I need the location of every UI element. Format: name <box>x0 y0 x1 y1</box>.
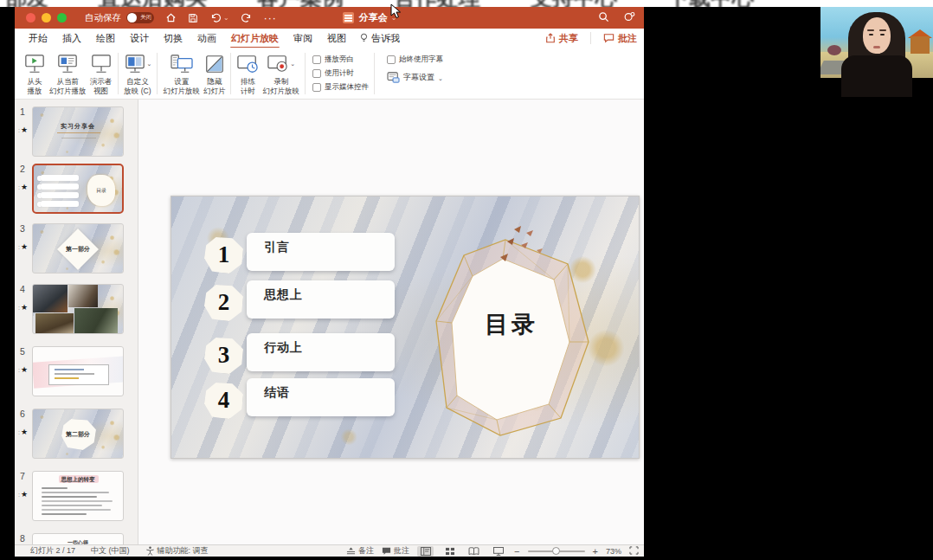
record-slideshow-icon <box>267 54 289 74</box>
notes-icon <box>346 547 356 556</box>
toc-card-1[interactable]: 引言 <box>247 233 395 271</box>
tab-view[interactable]: 视图 <box>326 29 347 48</box>
play-from-current-button[interactable]: 从当前幻灯片播放 <box>49 52 87 95</box>
tab-insert[interactable]: 插入 <box>61 29 82 48</box>
custom-show-icon <box>124 54 146 74</box>
thumbnail-slide-1[interactable]: 1 ★ 实习分享会 <box>15 106 138 157</box>
animation-star-icon: ★ <box>18 303 28 312</box>
comment-icon <box>603 33 614 43</box>
hide-slide-button[interactable]: 隐藏幻灯片 <box>203 52 226 95</box>
zoom-out-button[interactable]: − <box>514 546 519 557</box>
zoom-slider-knob[interactable] <box>552 547 560 555</box>
always-use-subtitles-checkbox[interactable]: 始终使用字幕 <box>387 55 443 65</box>
status-bar: 幻灯片 2 / 17 中文 (中国) 辅助功能: 调查 备注 <box>15 544 644 557</box>
tab-slideshow[interactable]: 幻灯片放映 <box>230 29 280 48</box>
language-indicator[interactable]: 中文 (中国) <box>91 545 130 557</box>
tab-design[interactable]: 设计 <box>129 29 150 48</box>
webcam-overlay <box>820 7 933 97</box>
autosave-toggle[interactable]: 关闭 <box>126 12 154 23</box>
minimize-window-button[interactable] <box>42 13 51 23</box>
autosave-state-label: 关闭 <box>140 14 151 22</box>
powerpoint-doc-icon <box>343 12 354 23</box>
current-slide[interactable]: 引言 1 思想上 2 行动上 3 结语 <box>171 196 640 459</box>
tab-animations[interactable]: 动画 <box>196 29 217 48</box>
tab-transitions[interactable]: 切换 <box>163 29 183 48</box>
tab-draw[interactable]: 绘图 <box>95 29 116 48</box>
more-commands-button[interactable]: ··· <box>264 12 277 24</box>
share-icon <box>545 33 556 43</box>
fit-to-window-button[interactable] <box>629 546 639 557</box>
chevron-down-icon: ⌄ <box>147 61 152 68</box>
setup-slideshow-icon <box>170 54 194 74</box>
thumbnail-slide-7[interactable]: 7 ★ 思想上的转变 <box>15 471 138 521</box>
search-icon[interactable] <box>598 10 609 26</box>
normal-view-button[interactable] <box>417 546 434 557</box>
document-title[interactable]: 分享会 <box>359 11 388 24</box>
rehearse-timings-button[interactable]: 排练计时 <box>236 52 259 95</box>
thumbnail-slide-4[interactable]: 4 ★ <box>15 284 138 334</box>
thumbnail-slide-2-selected[interactable]: 2 ★ 目录 <box>15 164 138 214</box>
mouse-cursor <box>390 3 402 23</box>
record-slideshow-button[interactable]: ⌄ 录制幻灯片放映 <box>262 52 299 95</box>
tab-review[interactable]: 审阅 <box>293 29 313 48</box>
redo-icon[interactable] <box>241 12 253 23</box>
autosave-label: 自动保存 <box>85 12 121 24</box>
thumbnail-slide-5[interactable]: 5 ★ <box>15 346 138 396</box>
chevron-down-icon: ⌄ <box>438 75 443 82</box>
animation-star-icon: ★ <box>18 242 28 251</box>
show-media-controls-checkbox[interactable]: 显示媒体控件 <box>312 82 369 93</box>
accessibility-icon <box>145 546 155 556</box>
zoom-level[interactable]: 73% <box>606 547 621 556</box>
presenter-view-icon <box>90 54 113 74</box>
fullscreen-window-button[interactable] <box>57 13 67 23</box>
account-presence-icon[interactable] <box>623 10 635 26</box>
slideshow-view-button[interactable] <box>490 546 506 557</box>
animation-star-icon: ★ <box>18 428 28 436</box>
thumbnail-slide-6[interactable]: 6 ★ 第二部分 <box>15 409 138 459</box>
use-timings-checkbox[interactable]: 使用计时 <box>312 68 369 79</box>
background-webpage-strip: 部发 直达后购买 客户案例 合作处理 支持中心 下载中心 <box>0 0 933 7</box>
setup-slideshow-button[interactable]: 设置幻灯片放映 <box>163 52 200 95</box>
lightbulb-icon <box>360 33 368 43</box>
subtitle-settings-button[interactable]: 字幕设置 ⌄ <box>387 72 443 83</box>
chevron-down-icon: ⌄ <box>290 61 295 68</box>
toc-card-2[interactable]: 思想上 <box>247 280 395 319</box>
bird-accents-graphic <box>476 224 545 276</box>
presenter-view-button[interactable]: 演示者视图 <box>90 52 113 95</box>
tell-me-button[interactable]: 告诉我 <box>360 32 400 45</box>
zoom-slider[interactable] <box>528 550 585 552</box>
animation-star-icon: ★ <box>18 126 28 134</box>
slide-title[interactable]: 目录 <box>448 309 575 340</box>
bg-nav-item: 部发 <box>5 0 48 7</box>
accessibility-check[interactable]: 辅助功能: 调查 <box>145 545 209 557</box>
play-from-start-button[interactable]: 从头播放 <box>23 52 46 95</box>
share-button[interactable]: 共享 <box>545 32 578 45</box>
hide-slide-icon <box>204 54 225 74</box>
bg-nav-item: 支持中心 <box>531 0 617 7</box>
custom-show-button[interactable]: ⌄ 自定义放映 (C) <box>124 52 152 95</box>
tab-home[interactable]: 开始 <box>28 29 48 48</box>
bg-nav-item: 客户案例 <box>257 0 344 7</box>
slide-number-indicator[interactable]: 幻灯片 2 / 17 <box>30 545 75 557</box>
comments-button[interactable]: 批注 <box>603 32 637 45</box>
bg-nav-item: 直达后购买 <box>99 0 207 7</box>
undo-icon[interactable]: ⌄ <box>209 12 229 23</box>
toc-card-4[interactable]: 结语 <box>247 378 395 416</box>
toc-card-3[interactable]: 行动上 <box>247 333 395 371</box>
slide-sorter-view-button[interactable] <box>441 546 458 557</box>
close-window-button[interactable] <box>26 13 35 23</box>
animation-star-icon: ★ <box>18 183 28 191</box>
play-narrations-checkbox[interactable]: 播放旁白 <box>312 55 369 65</box>
slide-editing-canvas[interactable]: 引言 1 思想上 2 行动上 3 结语 <box>138 100 644 545</box>
notes-toggle-button[interactable]: 备注 <box>346 545 374 557</box>
thumbnail-slide-8[interactable]: 8 一些心得 <box>15 533 138 545</box>
slide-thumbnail-panel[interactable]: 1 ★ 实习分享会 2 ★ <box>15 100 138 545</box>
play-from-current-icon <box>56 54 79 74</box>
screen: 部发 直达后购买 客户案例 合作处理 支持中心 下载中心 <box>0 0 933 560</box>
save-icon[interactable] <box>188 13 198 23</box>
zoom-in-button[interactable]: + <box>593 546 598 557</box>
thumbnail-slide-3[interactable]: 3 ★ 第一部分 <box>15 223 138 274</box>
home-icon[interactable] <box>165 12 177 23</box>
reading-view-button[interactable] <box>466 546 482 557</box>
comments-toggle-button[interactable]: 批注 <box>382 545 409 557</box>
